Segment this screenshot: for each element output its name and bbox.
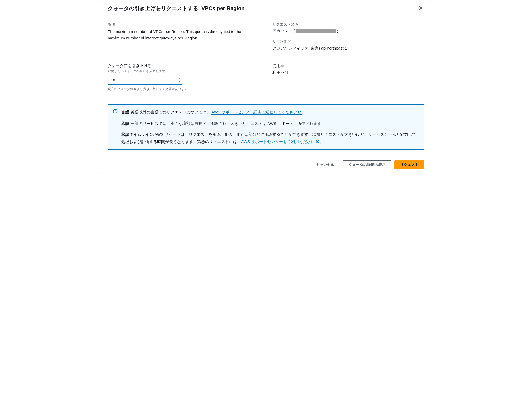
external-link-icon — [298, 109, 302, 116]
request-button[interactable]: リクエスト — [394, 160, 424, 169]
quota-input-section: クォータ値を引き上げる 変更したいクォータの合計を入力します。 ▲ ▼ 現在のク… — [101, 58, 431, 98]
requested-label: リクエスト済み: — [272, 22, 424, 27]
support-center-urgent-link[interactable]: AWS サポートセンターをご利用ください — [241, 139, 319, 144]
description-column: 説明 The maximum number of VPCs per Region… — [108, 22, 266, 51]
svg-point-4 — [115, 110, 115, 110]
region-label: リージョン — [272, 39, 424, 44]
quota-input-help: 現在のクォータ値 5 より大きい数にする必要があります — [108, 87, 260, 91]
close-button[interactable] — [417, 5, 424, 12]
quota-request-modal: クォータの引き上げをリクエストする: VPCs per Region 説明 Th… — [101, 0, 431, 174]
timeline-label: 承認タイムライン: — [121, 132, 155, 137]
quota-value-input[interactable] — [108, 76, 182, 85]
usage-label: 使用率 — [272, 63, 424, 68]
cancel-button[interactable]: キャンセル — [310, 160, 340, 169]
approval-notice: 承認:一部のサービスでは、小さな増額は自動的に承認され、大きいリクエストは AW… — [121, 120, 419, 127]
description-label: 説明 — [108, 22, 259, 27]
account-prefix: アカウント ( — [272, 28, 295, 34]
chevron-up-icon: ▲ — [178, 78, 181, 80]
description-text: The maximum number of VPCs per Region. T… — [108, 28, 259, 41]
view-details-button[interactable]: クォータの詳細の表示 — [343, 160, 391, 169]
close-icon — [418, 6, 423, 11]
info-alert: 言語:英語以外の言語でのリクエストについては、 AWS サポートセンター経由で送… — [108, 104, 424, 150]
quota-input-label: クォータ値を引き上げる — [108, 63, 260, 68]
account-suffix: ) — [337, 29, 338, 33]
language-after: 。 — [302, 110, 306, 114]
chevron-down-icon: ▼ — [178, 80, 181, 83]
region-value: アジアパシフィック (東京) ap-northeast-1 — [272, 45, 424, 51]
language-notice: 言語:英語以外の言語でのリクエストについては、 AWS サポートセンター経由で送… — [121, 108, 419, 116]
number-stepper[interactable]: ▲ ▼ — [178, 78, 181, 83]
request-meta-column: リクエスト済み: アカウント ( ) リージョン アジアパシフィック (東京) … — [266, 22, 424, 51]
language-label: 言語: — [121, 110, 131, 114]
notice-section: 言語:英語以外の言語でのリクエストについては、 AWS サポートセンター経由で送… — [101, 98, 431, 156]
info-section: 説明 The maximum number of VPCs per Region… — [101, 17, 431, 58]
account-value: アカウント ( ) — [272, 28, 424, 34]
info-icon — [113, 109, 118, 146]
external-link-icon — [315, 138, 319, 146]
timeline-after: 。 — [319, 139, 323, 144]
quota-input-hint: 変更したいクォータの合計を入力します。 — [108, 69, 260, 74]
modal-header: クォータの引き上げをリクエストする: VPCs per Region — [101, 0, 431, 17]
info-content: 言語:英語以外の言語でのリクエストについては、 AWS サポートセンター経由で送… — [121, 108, 419, 146]
modal-title: クォータの引き上げをリクエストする: VPCs per Region — [108, 5, 244, 12]
approval-text: 一部のサービスでは、小さな増額は自動的に承認され、大きいリクエストは AWS サ… — [131, 121, 325, 126]
usage-value: 利用不可 — [272, 70, 288, 75]
approval-label: 承認: — [121, 121, 131, 126]
language-text: 英語以外の言語でのリクエストについては、 — [131, 110, 210, 114]
support-center-link[interactable]: AWS サポートセンター経由で送信してください — [211, 110, 302, 115]
account-id-redacted — [296, 29, 336, 33]
timeline-notice: 承認タイムライン:AWS サポートは、リクエストを承認、拒否、または部分的に承認… — [121, 131, 419, 146]
modal-footer: キャンセル クォータの詳細の表示 リクエスト — [101, 156, 431, 174]
